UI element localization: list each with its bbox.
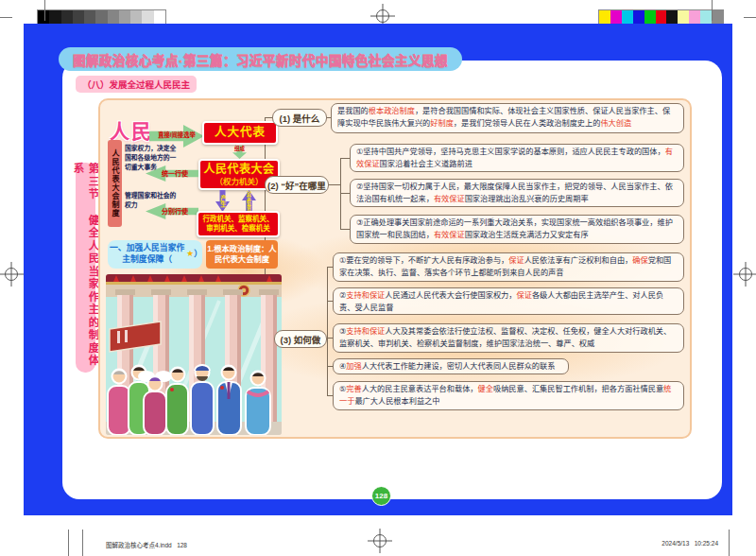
compose-arrow-icon: 组成 xyxy=(232,146,247,159)
page-title: 图解政治核心考点·第三篇：习近平新时代中国特色社会主义思想 xyxy=(59,47,462,71)
point-box: ⑤完善人大的民主民意表达平台和载体，健全吸纳民意、汇集民智工作机制，把各方面社情… xyxy=(333,381,684,410)
key-point-subheading: 1.根本政治制度：人民代表大会制度 xyxy=(206,240,278,269)
crop-mark xyxy=(712,0,713,21)
responsible-arrow-icon: 对其负责 xyxy=(242,190,256,212)
crop-mark xyxy=(44,0,45,21)
connector-line xyxy=(340,158,341,230)
book-page-preview: 图解政治核心考点·第三篇：习近平新时代中国特色社会主义思想 （八）发展全过程人民… xyxy=(0,0,756,556)
registration-mark-icon xyxy=(0,262,24,287)
npc-deputies-illustration xyxy=(106,274,282,435)
key-point-heading: 一、加强人民当家作主制度保障（★） xyxy=(108,240,202,269)
connector-line xyxy=(340,193,350,194)
section-badge: （八）发展全过程人民民主 xyxy=(76,76,197,93)
congress-subtitle: （权力机关） xyxy=(215,177,263,187)
connector-line xyxy=(327,267,328,396)
page-number-badge: 128 xyxy=(371,486,391,506)
branch-label-why-good: (2) “好”在哪里 xyxy=(265,176,329,194)
crop-mark xyxy=(82,530,83,556)
point-box: ③支持和保证人大及其常委会依法行使立法权、监督权、决定权、任免权，健全人大对行政… xyxy=(333,323,684,353)
chapter-sidebar: 第三节 健全人民当家作主的制度体系 xyxy=(76,163,95,373)
compose-arrow-label: 组成 xyxy=(232,147,247,152)
chapter-vertical-title: 第三节 健全人民当家作主的制度体系 xyxy=(71,163,101,373)
connector-line xyxy=(265,117,272,118)
illustration-svg xyxy=(106,274,282,435)
separate-exercise-arrow-icon: 分别行使 xyxy=(146,203,198,219)
produce-arrow-icon: 产生 xyxy=(215,190,230,212)
crop-mark xyxy=(68,530,69,556)
connector-line xyxy=(340,229,350,230)
footer-filename: 图解政治核心考点4.indd 128 xyxy=(106,540,187,549)
point-box: ③正确处理事关国家前途命运的一系列重大政治关系，实现国家统一高效组织各项事业，维… xyxy=(350,215,684,244)
branch-label-what: (1) 是什么 xyxy=(272,109,327,127)
state-organs-box: 行政机关、监察机关、审判机关、检察机关 xyxy=(197,211,280,237)
point-box: ②坚持国家一切权力属于人民，最大限度保障人民当家作主，把党的领导、人民当家作主、… xyxy=(350,179,684,207)
footer-timestamp: 2024/5/13 10:25:24 xyxy=(619,540,718,547)
responsible-arrow-label: 对其负责 xyxy=(242,190,256,212)
crop-mark xyxy=(744,17,756,18)
deputies-box: 人大代表 xyxy=(202,121,278,145)
produce-arrow-label: 产生 xyxy=(215,190,230,212)
point-box: ④加强人大代表工作能力建设，密切人大代表同人民群众的联系 xyxy=(333,358,569,374)
separate-arrow-label: 分别行使 xyxy=(146,208,198,215)
connector-line xyxy=(340,158,350,159)
registration-mark-icon xyxy=(733,262,756,287)
crop-mark xyxy=(0,17,12,18)
point-box: ①坚持中国共产党领导，坚持马克思主义国家学说的基本原则，适应人民民主专政的国体，… xyxy=(350,144,684,172)
point-box: ②支持和保证人民通过人民代表大会行使国家权力，保证各级人大都由民主选举产生、对人… xyxy=(333,287,684,315)
congress-title: 人民代表大会 xyxy=(203,163,274,177)
point-box: 是我国的根本政治制度，是符合我国国情和实际、体现社会主义国家性质、保证人民当家作… xyxy=(331,103,684,133)
mindmap-panel: 人民 直接/间接选举 人大代表 组成 人民代表大会 （权力机关） 人民代表大会制… xyxy=(98,98,692,439)
system-vertical-strip: 人民代表大会制度 xyxy=(108,140,122,227)
unified-arrow-label: 统一行使 xyxy=(146,170,198,177)
registration-mark-icon xyxy=(368,529,392,553)
connector-line xyxy=(329,184,340,185)
branch-label-how: (3) 如何做 xyxy=(274,330,327,348)
point-box: ①要在党的领导下，不断扩大人民有序政治参与，保证人民依法享有广泛权利和自由，确保… xyxy=(333,252,684,282)
election-arrow-label: 直接/间接选举 xyxy=(149,132,204,138)
system-strip-label: 人民代表大会制度 xyxy=(110,149,120,217)
crop-mark xyxy=(729,530,730,556)
unified-exercise-arrow-icon: 统一行使 xyxy=(146,165,198,182)
